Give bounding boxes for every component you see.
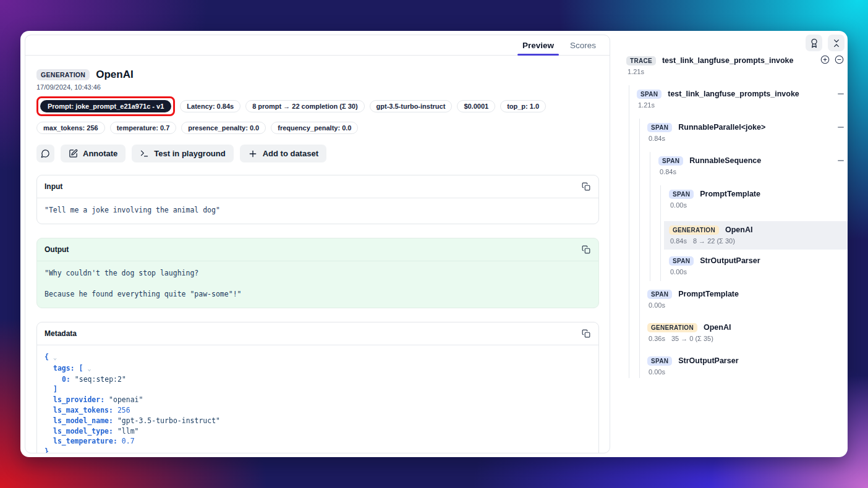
cost-badge: $0.0001 <box>457 100 495 112</box>
token-usage-badge: 8 prompt → 22 completion (Σ 30) <box>245 100 364 112</box>
tree-row-span[interactable]: SPAN RunnableParallel<joke> 0.84s <box>647 121 848 143</box>
input-panel-title: Input <box>45 182 62 191</box>
tree-guide-line <box>629 85 629 378</box>
metadata-json-viewer: { ⌄ tags: [ ⌄ 0: "seq:step:2" ] ls_provi… <box>37 345 598 453</box>
tree-row-span[interactable]: SPAN test_link_langfuse_prompts_invoke 1… <box>637 88 848 110</box>
copy-metadata-button[interactable] <box>579 327 593 340</box>
comment-icon <box>41 149 50 158</box>
trace-tree: TRACE test_link_langfuse_prompts_invoke … <box>610 31 848 457</box>
span-badge: SPAN <box>647 290 672 299</box>
max-tokens-badge: max_tokens: 256 <box>36 122 105 134</box>
copy-icon <box>582 245 590 254</box>
tab-preview[interactable]: Preview <box>516 35 560 55</box>
actions-row: Annotate Test in playground Add to datas… <box>36 145 599 162</box>
plus-icon <box>248 149 258 159</box>
detail-tabbar: Preview Scores <box>25 35 610 56</box>
tree-guide-line <box>660 185 661 281</box>
tree-row-generation-selected[interactable]: GENERATION OpenAI 0.84s 8 → 22 (Σ 30) <box>664 221 848 250</box>
output-panel: Output "Why couldn't the dog stop laughi… <box>36 238 599 308</box>
tree-row-generation[interactable]: GENERATION OpenAI 0.36s 35 → 0 (Σ 35) <box>647 321 848 343</box>
trace-detail-window: Preview Scores GENERATION OpenAI 17/09/2… <box>20 31 848 457</box>
tree-guide-line <box>639 119 640 378</box>
generation-badge: GENERATION <box>669 225 719 235</box>
top-p-badge: top_p: 1.0 <box>500 100 546 112</box>
collapse-node-icon[interactable] <box>838 160 844 161</box>
terminal-icon <box>140 149 149 158</box>
test-in-playground-button[interactable]: Test in playground <box>132 145 233 162</box>
tree-row-span[interactable]: SPAN StrOutputParser 0.00s <box>669 255 848 277</box>
frequency-penalty-badge: frequency_penalty: 0.0 <box>271 122 358 134</box>
tree-row-span[interactable]: SPAN PromptTemplate 0.00s <box>669 188 848 210</box>
trace-tree-panel: TRACE test_link_langfuse_prompts_invoke … <box>610 31 848 457</box>
collapse-all-icon[interactable] <box>835 55 844 64</box>
copy-input-button[interactable] <box>579 180 593 193</box>
trace-badge: TRACE <box>626 56 656 65</box>
collapse-json-icon[interactable]: ⌄ <box>53 354 57 361</box>
span-badge: SPAN <box>647 123 672 132</box>
add-to-dataset-button[interactable]: Add to dataset <box>240 145 326 162</box>
observation-type-badge: GENERATION <box>36 69 90 80</box>
presence-penalty-badge: presence_penalty: 0.0 <box>181 122 266 134</box>
input-panel: Input "Tell me a joke involving the anim… <box>36 175 599 224</box>
badges-row-2: max_tokens: 256 temperature: 0.7 presenc… <box>36 122 599 134</box>
tree-guide-line <box>650 152 650 281</box>
input-content: "Tell me a joke involving the animal dog… <box>45 205 591 216</box>
copy-icon <box>582 182 590 191</box>
collapse-json-icon[interactable]: ⌄ <box>87 365 91 372</box>
generation-badge: GENERATION <box>647 323 697 332</box>
annotate-button[interactable]: Annotate <box>61 145 126 162</box>
tree-row-span[interactable]: SPAN PromptTemplate 0.00s <box>647 288 848 310</box>
token-counts: 35 → 0 (Σ 35) <box>671 335 713 343</box>
tree-row-span[interactable]: SPAN StrOutputParser 0.00s <box>647 355 848 377</box>
span-badge: SPAN <box>647 356 672 366</box>
expand-all-icon[interactable] <box>820 55 830 64</box>
copy-output-button[interactable] <box>579 243 593 256</box>
copy-icon <box>582 329 590 338</box>
span-badge: SPAN <box>658 156 683 166</box>
latency-badge: Latency: 0.84s <box>180 100 240 112</box>
page-title: OpenAI <box>96 69 133 81</box>
output-blank-line <box>45 279 591 289</box>
token-counts: 8 → 22 (Σ 30) <box>693 237 735 246</box>
annotate-pen-icon <box>69 149 78 158</box>
detail-content: GENERATION OpenAI 17/09/2024, 10:43:46 P… <box>25 56 610 453</box>
observation-timestamp: 17/09/2024, 10:43:46 <box>36 83 599 91</box>
model-badge: gpt-3.5-turbo-instruct <box>370 100 453 112</box>
badges-row-1: Prompt: joke_prompt_e21a971c - v1 Latenc… <box>36 96 599 116</box>
collapse-node-icon[interactable] <box>838 127 844 128</box>
comment-button[interactable] <box>36 145 54 162</box>
collapse-node-icon[interactable] <box>838 93 844 95</box>
output-panel-title: Output <box>45 245 69 254</box>
output-line-1: "Why couldn't the dog stop laughing? <box>45 268 591 279</box>
output-line-2: Because he found everything quite "paw-s… <box>45 289 591 300</box>
span-badge: SPAN <box>637 90 662 99</box>
metadata-panel-title: Metadata <box>45 329 77 338</box>
span-badge: SPAN <box>669 190 694 199</box>
observation-detail-panel: Preview Scores GENERATION OpenAI 17/09/2… <box>25 35 610 453</box>
tree-row-trace[interactable]: TRACE test_link_langfuse_prompts_invoke … <box>626 54 848 77</box>
tree-row-span[interactable]: SPAN RunnableSequence 0.84s <box>658 154 848 177</box>
metadata-panel: Metadata { ⌄ tags: [ ⌄ 0: "seq:step:2" ]… <box>36 322 599 453</box>
span-badge: SPAN <box>669 256 694 266</box>
prompt-highlight-box: Prompt: joke_prompt_e21a971c - v1 <box>36 96 175 116</box>
prompt-link-badge[interactable]: Prompt: joke_prompt_e21a971c - v1 <box>40 100 171 112</box>
tab-scores[interactable]: Scores <box>564 35 602 55</box>
temperature-badge: temperature: 0.7 <box>110 122 177 134</box>
